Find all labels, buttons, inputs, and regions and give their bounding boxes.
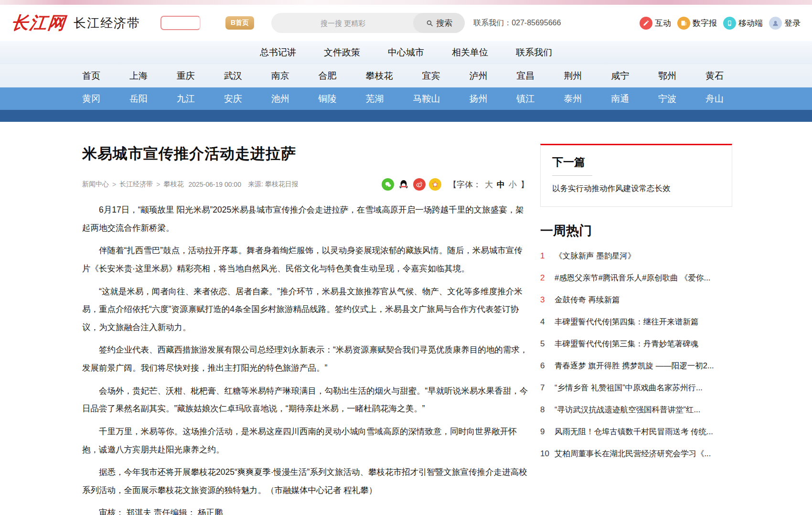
article-paragraph: 6月17日，“颛顼故里 阳光米易”2025米易县城市宣传推介会走进拉萨，在雪域高… — [82, 201, 529, 237]
city-tab-chizhou[interactable]: 池州 — [271, 93, 289, 105]
menu-item-related-units[interactable]: 相关单位 — [452, 46, 488, 59]
weibo-share-icon[interactable] — [413, 178, 426, 191]
next-article-link[interactable]: 以务实行动推动作风建设常态长效 — [552, 183, 720, 194]
article-paragraph: 会场外，贵妃芒、沃柑、枇杷膏、红糖等米易特产琳琅满目，勾勒出生活的烟火与甜蜜。“… — [82, 382, 529, 418]
font-label-open: 【字体： — [449, 179, 481, 190]
font-size-control: 【字体： 大 中 小 】 — [449, 179, 529, 190]
city-tab-shanghai[interactable]: 上海 — [129, 70, 148, 82]
hot-item-title: 青春逐梦 旗开得胜 携梦凯旋 ——阳逻一初2... — [555, 361, 714, 371]
favorite-star-icon[interactable] — [429, 178, 441, 191]
city-tab-zhoushan[interactable]: 舟山 — [705, 93, 724, 105]
wechat-share-icon[interactable] — [382, 178, 394, 191]
city-tab-wuhu[interactable]: 芜湖 — [366, 93, 384, 105]
city-tab-panzhihua[interactable]: 攀枝花 — [366, 70, 393, 82]
city-tab-ningbo[interactable]: 宁波 — [658, 93, 676, 105]
city-tab-jingzhou[interactable]: 荆州 — [564, 70, 582, 82]
decorative-photo-strip — [0, 0, 812, 5]
city-tab-yangzhou[interactable]: 扬州 — [469, 93, 487, 105]
mobile-link[interactable]: 移动端 — [723, 17, 763, 30]
font-size-medium[interactable]: 中 — [497, 179, 505, 190]
article-body: 6月17日，“颛顼故里 阳光米易”2025米易县城市宣传推介会走进拉萨，在雪域高… — [82, 201, 529, 499]
newspaper-icon — [677, 17, 690, 30]
article-paragraph: 签约企业代表、西藏西措旅游发展有限公司总经理刘永新表示：“米易资源禀赋契合我们寻… — [82, 341, 529, 377]
hot-item[interactable]: 3 金鼓传奇 再续新篇 — [540, 295, 732, 305]
font-size-large[interactable]: 大 — [485, 179, 493, 190]
hot-item[interactable]: 8 “寻访武汉抗战遗迹航空强国科普讲堂”红... — [540, 405, 732, 415]
city-tab-nanjing[interactable]: 南京 — [271, 70, 289, 82]
city-tab-ezhou[interactable]: 鄂州 — [658, 70, 676, 82]
search-bar[interactable]: 搜索 — [271, 13, 465, 33]
menu-item-leader[interactable]: 总书记讲 — [260, 46, 296, 59]
hot-rank: 4 — [540, 317, 555, 327]
home-badge-link[interactable]: B首页 — [225, 16, 254, 30]
city-tab-taizhou[interactable]: 泰州 — [564, 93, 582, 105]
search-button[interactable]: 搜索 — [413, 13, 465, 33]
hot-rank: 3 — [540, 295, 555, 305]
search-button-label: 搜索 — [436, 18, 452, 29]
article-meta: 新闻中心 > 长江经济带 > 攀枝花 2025-06-19 00:00 来源: … — [82, 178, 529, 191]
breadcrumb-channel[interactable]: 长江经济带 — [119, 180, 153, 189]
city-tab-yichang[interactable]: 宜昌 — [516, 70, 534, 82]
city-tab-zhenjiang[interactable]: 镇江 — [516, 93, 534, 105]
hot-item[interactable]: 6 青春逐梦 旗开得胜 携梦凯旋 ——阳逻一初2... — [540, 361, 732, 371]
mobile-label: 移动端 — [738, 18, 763, 29]
article-editor-line: 审核： 郑淇夫 责任编辑： 杨正鹏 — [82, 507, 529, 515]
menu-item-contact[interactable]: 联系我们 — [516, 46, 552, 59]
city-tab-wuhan[interactable]: 武汉 — [224, 70, 242, 82]
font-size-small[interactable]: 小 — [509, 179, 517, 190]
main-content: 米易城市宣传推介活动走进拉萨 新闻中心 > 长江经济带 > 攀枝花 2025-0… — [0, 122, 812, 515]
font-label-close: 】 — [521, 179, 529, 190]
menu-item-central-cities[interactable]: 中心城市 — [388, 46, 424, 59]
breadcrumb-separator: > — [112, 181, 116, 188]
next-article-box: 下一篇 以务实行动推动作风建设常态长效 — [540, 144, 732, 207]
city-tab-tongling[interactable]: 铜陵 — [319, 93, 337, 105]
city-tab-jiujiang[interactable]: 九江 — [177, 93, 195, 105]
hot-rank: 7 — [540, 383, 555, 393]
article-paragraph: “这就是米易，闻者向往、来者依恋、居者自豪。”推介环节，米易县文旅推荐官从气候、… — [82, 283, 529, 337]
city-tab-huanggang[interactable]: 黄冈 — [82, 93, 100, 105]
hot-item-title: 丰碑盟誓代代传|第四集：继往开来谱新篇 — [555, 317, 698, 327]
red-outline-box — [160, 16, 201, 30]
breadcrumb-city[interactable]: 攀枝花 — [163, 180, 183, 189]
primary-menu: 总书记讲 文件政策 中心城市 相关单位 联系我们 — [0, 41, 812, 64]
city-tab-yibin[interactable]: 宜宾 — [422, 70, 440, 82]
city-tab-hefei[interactable]: 合肥 — [319, 70, 337, 82]
city-tab-huangshi[interactable]: 黄石 — [705, 70, 724, 82]
hot-item[interactable]: 2 #感恩父亲节#腾讯音乐人#原创歌曲 《爱你... — [540, 273, 732, 283]
interact-link[interactable]: 互动 — [640, 17, 671, 30]
page-title: 米易城市宣传推介活动走进拉萨 — [82, 144, 529, 164]
hot-item[interactable]: 10 艾柏周董事长在湖北民营经济研究会学习《... — [540, 449, 732, 459]
hot-item[interactable]: 9 风雨无阻！仓埠古镇数千村民冒雨送考 传统... — [540, 427, 732, 437]
city-tab-nantong[interactable]: 南通 — [611, 93, 629, 105]
article-source: 来源: 攀枝花日报 — [248, 180, 299, 189]
qq-share-icon[interactable] — [397, 178, 410, 191]
weekly-hot-list: 1 《文脉新声 墨韵星河》 2 #感恩父亲节#腾讯音乐人#原创歌曲 《爱你...… — [540, 251, 732, 459]
hot-item[interactable]: 1 《文脉新声 墨韵星河》 — [540, 251, 732, 261]
city-nav-row2: 黄冈 岳阳 九江 安庆 池州 铜陵 芜湖 马鞍山 扬州 镇江 泰州 南通 宁波 … — [0, 87, 812, 110]
city-tab-home[interactable]: 首页 — [82, 70, 100, 82]
login-link[interactable]: 登录 — [769, 17, 801, 30]
hot-item[interactable]: 7 “乡情乡音 礼赞祖国”中原戏曲名家苏州行... — [540, 383, 732, 393]
city-tab-luzhou[interactable]: 泸州 — [469, 70, 487, 82]
interact-label: 互动 — [655, 18, 671, 29]
city-tab-anqing[interactable]: 安庆 — [224, 93, 242, 105]
city-tab-chongqing[interactable]: 重庆 — [177, 70, 195, 82]
city-tab-maanshan[interactable]: 马鞍山 — [413, 93, 440, 105]
hot-item-title: #感恩父亲节#腾讯音乐人#原创歌曲 《爱你... — [555, 273, 710, 283]
city-nav-row1: 首页 上海 重庆 武汉 南京 合肥 攀枝花 宜宾 泸州 宜昌 荆州 咸宁 鄂州 … — [0, 64, 812, 87]
site-logo[interactable]: 长江网 — [10, 11, 67, 35]
hot-item[interactable]: 5 丰碑盟誓代代传|第三集：丹青妙笔著碑魂 — [540, 339, 732, 349]
breadcrumb-news-center[interactable]: 新闻中心 — [82, 180, 109, 189]
search-icon — [426, 19, 434, 27]
city-tab-xianning[interactable]: 咸宁 — [611, 70, 629, 82]
city-tab-yueyang[interactable]: 岳阳 — [129, 93, 148, 105]
menu-item-policy[interactable]: 文件政策 — [324, 46, 360, 59]
login-label: 登录 — [784, 18, 801, 29]
search-input[interactable] — [271, 13, 415, 33]
hot-item[interactable]: 4 丰碑盟誓代代传|第四集：继往开来谱新篇 — [540, 317, 732, 327]
digital-paper-link[interactable]: 数字报 — [677, 17, 717, 30]
hot-rank: 10 — [540, 449, 555, 459]
hot-item-title: 艾柏周董事长在湖北民营经济研究会学习《... — [555, 449, 711, 459]
hot-item-title: “乡情乡音 礼赞祖国”中原戏曲名家苏州行... — [555, 383, 703, 393]
hot-rank: 9 — [540, 427, 555, 437]
